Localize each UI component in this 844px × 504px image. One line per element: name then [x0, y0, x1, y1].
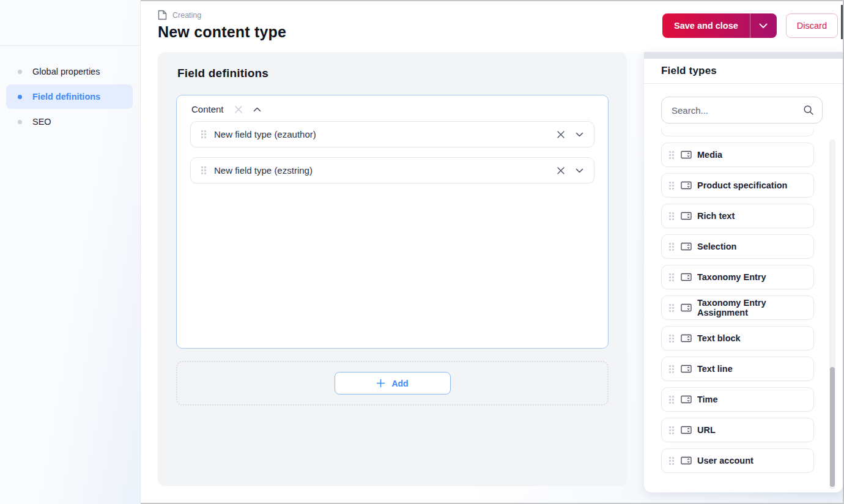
- drag-handle-icon[interactable]: [669, 304, 674, 312]
- chevron-down-icon: [576, 168, 583, 173]
- field-type-label: URL: [697, 425, 716, 435]
- drag-handle-icon[interactable]: [669, 426, 674, 434]
- drag-handle-icon[interactable]: [669, 212, 674, 220]
- input-field-icon: [681, 242, 692, 251]
- drag-handle-icon[interactable]: [669, 182, 674, 190]
- sidebar-item-label: Field definitions: [32, 92, 100, 102]
- nav-bullet-icon: [18, 120, 22, 124]
- search-box: [661, 97, 823, 124]
- field-types-body: Media Product specification Rich text: [644, 84, 843, 473]
- input-field-icon: [681, 334, 692, 343]
- field-type-label: Taxonomy Entry: [697, 272, 766, 282]
- field-type-card-text-block[interactable]: Text block: [661, 326, 814, 350]
- field-expand-button[interactable]: [576, 132, 583, 137]
- field-type-card-text-line[interactable]: Text line: [661, 357, 814, 381]
- panel-scrollbar-thumb[interactable]: [830, 367, 835, 487]
- drag-handle-icon[interactable]: [669, 457, 674, 465]
- nav-bullet-icon: [18, 95, 22, 99]
- page-scrollbar-thumb[interactable]: [841, 5, 843, 39]
- field-type-card-product-specification[interactable]: Product specification: [661, 173, 814, 198]
- field-type-card-time[interactable]: Time: [661, 387, 814, 412]
- save-options-caret-button[interactable]: [750, 13, 777, 38]
- field-remove-button[interactable]: [557, 130, 565, 139]
- sidebar-item-label: SEO: [32, 117, 51, 127]
- field-expand-button[interactable]: [576, 168, 583, 173]
- nav-bullet-icon: [18, 70, 22, 74]
- field-type-list: Media Product specification Rich text: [661, 143, 843, 473]
- close-icon: [557, 166, 565, 175]
- save-split-button: Save and close: [662, 13, 777, 38]
- close-icon: [557, 130, 565, 139]
- field-row-actions: [557, 166, 583, 175]
- chevron-up-icon: [253, 107, 261, 112]
- input-field-icon: [681, 212, 692, 220]
- field-definition-row: New field type (ezauthor): [190, 121, 594, 147]
- drag-handle-icon[interactable]: [669, 151, 674, 159]
- section-title: Field definitions: [177, 67, 609, 80]
- field-type-label: Text block: [697, 333, 741, 343]
- field-type-card-user-account[interactable]: User account: [661, 448, 814, 473]
- content-group-box: Content New field type (ezauthor): [176, 95, 609, 349]
- field-type-label: Media: [697, 150, 722, 160]
- sidebar-item-global-properties[interactable]: Global properties: [6, 59, 133, 84]
- left-sidebar: Global properties Field definitions SEO: [0, 0, 141, 504]
- field-definitions-panel: Field definitions Content New field type…: [158, 52, 627, 486]
- plus-icon: [376, 379, 385, 388]
- field-type-card-taxonomy-entry-assignment[interactable]: Taxonomy Entry Assignment: [661, 295, 814, 320]
- sidebar-item-label: Global properties: [32, 67, 100, 76]
- search-input[interactable]: [672, 105, 803, 116]
- field-type-label: Time: [697, 395, 718, 404]
- input-field-icon: [681, 303, 692, 312]
- chevron-down-icon: [576, 132, 583, 137]
- title-block: Creating New content type: [158, 1, 286, 52]
- input-field-icon: [681, 181, 692, 190]
- add-field-button[interactable]: Add: [335, 372, 451, 395]
- input-field-icon: [681, 273, 692, 281]
- field-definition-row: New field type (ezstring): [190, 157, 594, 183]
- input-field-icon: [681, 150, 692, 159]
- sidebar-top-spacer: [0, 0, 140, 46]
- drag-handle-icon[interactable]: [669, 335, 674, 343]
- input-field-icon: [681, 426, 692, 434]
- sidebar-item-seo[interactable]: SEO: [6, 109, 133, 134]
- close-icon: [234, 105, 243, 114]
- field-type-card-url[interactable]: URL: [661, 418, 814, 442]
- drag-handle-icon[interactable]: [669, 273, 674, 281]
- save-and-close-button[interactable]: Save and close: [662, 13, 750, 38]
- sidebar-item-field-definitions[interactable]: Field definitions: [6, 84, 133, 109]
- header-actions: Save and close Discard: [662, 1, 838, 52]
- field-types-panel: Field types Media: [644, 52, 843, 492]
- field-type-label: Taxonomy Entry Assignment: [697, 298, 806, 317]
- discard-button[interactable]: Discard: [786, 13, 838, 38]
- group-label: Content: [191, 104, 224, 114]
- field-row-actions: [557, 130, 583, 139]
- content-group-header: Content: [190, 95, 594, 121]
- drag-handle-icon[interactable]: [201, 166, 206, 174]
- field-type-card-selection[interactable]: Selection: [661, 234, 814, 259]
- field-row-label: New field type (ezauthor): [214, 129, 557, 139]
- field-type-card-media[interactable]: Media: [661, 143, 814, 167]
- panel-scrollbar-track[interactable]: [829, 139, 835, 489]
- field-type-label: Selection: [697, 242, 736, 251]
- drag-handle-icon[interactable]: [669, 365, 674, 373]
- top-header: Creating New content type Save and close…: [141, 1, 843, 52]
- field-type-card-taxonomy-entry[interactable]: Taxonomy Entry: [661, 265, 814, 289]
- panel-grip: [644, 52, 843, 59]
- page-title: New content type: [158, 23, 286, 41]
- drag-handle-icon[interactable]: [201, 130, 206, 138]
- drag-handle-icon[interactable]: [669, 243, 674, 251]
- content-type-editor-window: Global properties Field definitions SEO: [0, 0, 844, 504]
- group-collapse-button[interactable]: [253, 107, 261, 112]
- document-icon: [158, 10, 167, 20]
- sidebar-nav: Global properties Field definitions SEO: [0, 46, 140, 134]
- drag-handle-icon[interactable]: [669, 396, 674, 404]
- chevron-down-icon: [759, 23, 768, 29]
- kicker-label: Creating: [172, 11, 201, 20]
- field-type-label: Text line: [697, 364, 733, 374]
- field-type-card-rich-text[interactable]: Rich text: [661, 204, 814, 228]
- group-remove-button[interactable]: [234, 105, 243, 114]
- field-remove-button[interactable]: [557, 166, 565, 175]
- content-region: Field definitions Content New field type…: [141, 52, 843, 503]
- field-type-label: User account: [697, 456, 753, 465]
- field-row-label: New field type (ezstring): [214, 165, 557, 176]
